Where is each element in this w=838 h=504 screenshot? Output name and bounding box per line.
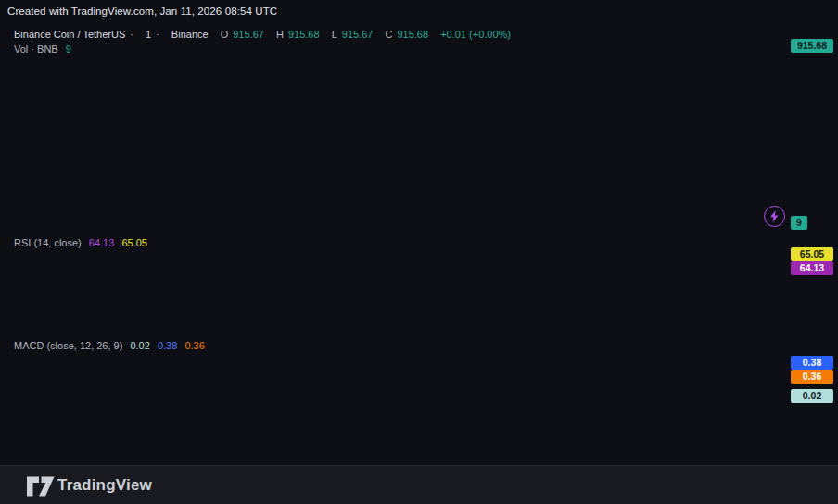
tradingview-wordmark[interactable]: TradingView <box>57 476 152 495</box>
ohlc-low: L915.67 <box>332 29 378 40</box>
volume-label: Vol · BNB <box>14 44 58 55</box>
volume-value: 9 <box>66 44 71 55</box>
macd-legend[interactable]: MACD (close, 12, 26, 9) 0.02 0.38 0.36 <box>14 340 210 351</box>
rsi-title: RSI (14, close) <box>14 237 82 248</box>
macd-hist-badge: 0.02 <box>791 389 833 403</box>
tradingview-snapshot: Created with TradingView.com, Jan 11, 20… <box>0 0 838 504</box>
macd-signal-badge: 0.36 <box>791 370 833 384</box>
macd-line-value: 0.38 <box>158 340 177 351</box>
tradingview-logo-icon[interactable] <box>27 476 55 497</box>
macd-hist-value: 0.02 <box>130 340 149 351</box>
ohlc-high: H915.68 <box>276 29 324 40</box>
price-change: +0.01 (+0.00%) <box>440 29 511 40</box>
lightning-button[interactable] <box>764 206 785 227</box>
symbol-title: Binance Coin / TetherUS <box>14 29 125 40</box>
attribution-text: Created with TradingView.com, Jan 11, 20… <box>7 6 277 17</box>
macd-badge: 0.38 <box>791 356 833 370</box>
lightning-icon <box>769 210 780 222</box>
macd-title: MACD (close, 12, 26, 9) <box>14 340 122 351</box>
last-price-badge: 915.68 <box>791 39 833 53</box>
macd-signal-value: 0.36 <box>184 340 204 351</box>
rsi-ma-value: 65.05 <box>121 237 147 248</box>
volume-legend[interactable]: Vol · BNB 9 <box>14 44 76 55</box>
ohlc-open: O915.67 <box>221 29 269 40</box>
exchange: Binance <box>171 29 209 40</box>
rsi-ma-badge: 65.05 <box>791 247 833 261</box>
time-scale[interactable] <box>0 437 791 463</box>
chart-canvas[interactable] <box>0 0 838 504</box>
rsi-badge: 64.13 <box>791 261 833 275</box>
interval: 1 <box>146 29 151 40</box>
ohlc-close: C915.68 <box>385 29 433 40</box>
rsi-legend[interactable]: RSI (14, close) 64.13 65.05 <box>14 237 152 248</box>
last-volume-badge: 9 <box>791 216 807 230</box>
rsi-value: 64.13 <box>89 237 115 248</box>
symbol-legend[interactable]: Binance Coin / TetherUS· 1· Binance O915… <box>14 29 515 40</box>
footer-bar: TradingView <box>0 465 838 504</box>
